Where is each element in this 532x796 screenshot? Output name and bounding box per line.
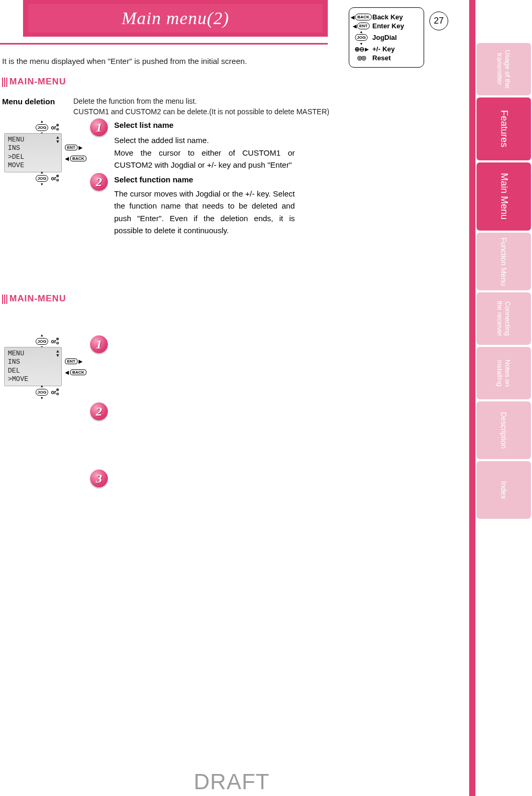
legend-row-enter: ENT Enter Key bbox=[354, 22, 419, 30]
main-menu-heading-1: MAIN-MENU bbox=[2, 77, 70, 88]
lcd-line: MENU bbox=[8, 350, 58, 358]
jog-icon: JOG bbox=[354, 34, 368, 41]
legend-row-jog: JOG JogDial bbox=[354, 34, 419, 41]
tab-description[interactable]: Description bbox=[476, 401, 531, 459]
lcd-line: DEL bbox=[8, 367, 58, 375]
reset-icon bbox=[354, 54, 368, 62]
step2-title: Select function name bbox=[114, 175, 193, 184]
lcd-line: INS bbox=[8, 144, 58, 152]
or-label: or bbox=[51, 389, 56, 395]
step-badge-icon: 3 bbox=[90, 470, 108, 487]
enter-icon: ENT bbox=[354, 23, 368, 30]
step-2-badge-s1: 2 bbox=[90, 173, 108, 192]
title-bar-inner: Main menu(2) bbox=[28, 4, 323, 32]
lcd-line: >MOVE bbox=[8, 375, 58, 384]
step-1-badge-s1: 1 bbox=[90, 118, 108, 138]
tab-function-menu[interactable]: Function Menu bbox=[476, 233, 531, 290]
legend-jog-label: JogDial bbox=[372, 34, 397, 41]
back-indicator: ◀BACK bbox=[65, 369, 86, 375]
tab-index[interactable]: Index bbox=[476, 461, 531, 519]
or-label: or bbox=[51, 339, 56, 344]
updown-icon: ▲▼ bbox=[57, 136, 59, 144]
legend-enter-label: Enter Key bbox=[372, 22, 404, 30]
heading-bars-icon bbox=[2, 295, 7, 304]
tab-main-menu[interactable]: Main Menu bbox=[476, 162, 531, 231]
ent-back-column: ENT▶ ◀BACK bbox=[65, 358, 86, 375]
step1-body2: Move the cursor to either of CUSTOM1 or … bbox=[114, 147, 295, 171]
jog-or-pm-row-top: JOG or bbox=[4, 337, 88, 345]
page-number-circle: 27 bbox=[429, 12, 448, 30]
title-bar: Main menu(2) bbox=[23, 0, 328, 37]
lcd-line: >DEL bbox=[8, 153, 58, 161]
menu-deletion-desc2: CUSTOM1 and CUSTOM2 can be delete.(It is… bbox=[73, 107, 329, 116]
updown-icon: ▲▼ bbox=[57, 350, 59, 358]
step-badge-icon: 2 bbox=[90, 402, 108, 420]
tab-connecting[interactable]: Connecting the receiver bbox=[476, 292, 531, 345]
step-badge-icon: 1 bbox=[90, 335, 108, 353]
intro-text: It is the menu displayed when "Enter" is… bbox=[2, 57, 247, 66]
menu-deletion-label: Menu deletion bbox=[2, 97, 55, 106]
control-block-1: JOG or ▲▼ MENU INS >DEL MOVE ENT▶ ◀BACK … bbox=[4, 122, 88, 184]
step-1-badge-s2: 1 bbox=[90, 335, 108, 355]
heading-bars-icon bbox=[2, 78, 7, 87]
lcd-line: MENU bbox=[8, 136, 58, 144]
tab-notes[interactable]: Notes on installing bbox=[476, 347, 531, 399]
ent-indicator: ENT▶ bbox=[65, 145, 83, 150]
plusminus-icon bbox=[354, 46, 368, 53]
legend-row-back: BACK Back Key bbox=[354, 13, 419, 21]
heading-text: MAIN-MENU bbox=[9, 293, 66, 304]
jog-or-pm-row-bottom: JOG or bbox=[4, 175, 88, 182]
back-indicator: ◀BACK bbox=[65, 156, 86, 161]
step1-body1: Select the added list name. bbox=[114, 134, 292, 146]
lcd-ent-back-row: ▲▼ MENU INS >DEL MOVE ENT▶ ◀BACK bbox=[4, 133, 88, 172]
lcd-line: MOVE bbox=[8, 161, 58, 170]
jog-icon: JOG bbox=[35, 388, 50, 396]
jog-icon: JOG bbox=[35, 175, 50, 182]
key-legend: BACK Back Key ENT Enter Key JOG JogDial … bbox=[349, 7, 424, 68]
step2-body: The cursor moves with Jogdial or the +/-… bbox=[114, 188, 295, 236]
tab-usage[interactable]: Usage of the transmitter bbox=[476, 43, 531, 95]
legend-reset-label: Reset bbox=[372, 54, 391, 62]
ent-back-column: ENT▶ ◀BACK bbox=[65, 145, 86, 161]
or-label: or bbox=[51, 176, 56, 181]
lcd-screen-move: ▲▼ MENU INS DEL >MOVE bbox=[4, 347, 62, 386]
step-badge-icon: 1 bbox=[90, 118, 108, 136]
lcd-ent-back-row: ▲▼ MENU INS DEL >MOVE ENT▶ ◀BACK bbox=[4, 347, 88, 386]
control-block-2: JOG or ▲▼ MENU INS DEL >MOVE ENT▶ ◀BACK … bbox=[4, 335, 88, 398]
tab-features[interactable]: Features bbox=[476, 97, 531, 160]
jog-icon: JOG bbox=[35, 337, 50, 345]
back-icon: BACK bbox=[354, 14, 368, 21]
side-tabs: Usage of the transmitter Features Main M… bbox=[469, 0, 532, 796]
jog-icon: JOG bbox=[35, 124, 50, 131]
page-title: Main menu(2) bbox=[121, 8, 229, 28]
title-underline bbox=[0, 43, 328, 45]
heading-text: MAIN-MENU bbox=[9, 77, 66, 87]
step1-title: Select list name bbox=[114, 121, 173, 129]
legend-row-plusminus: +/- Key bbox=[354, 45, 419, 53]
jog-or-pm-row-bottom: JOG or bbox=[4, 388, 88, 396]
lcd-line: INS bbox=[8, 358, 58, 366]
legend-row-reset: Reset bbox=[354, 54, 419, 62]
lcd-screen-del: ▲▼ MENU INS >DEL MOVE bbox=[4, 133, 62, 172]
menu-deletion-desc1: Delete the function from the menu list. bbox=[73, 97, 197, 105]
ent-indicator: ENT▶ bbox=[65, 358, 83, 364]
page-number: 27 bbox=[434, 16, 444, 26]
legend-back-label: Back Key bbox=[372, 13, 403, 21]
legend-plusminus-label: +/- Key bbox=[372, 45, 395, 53]
step-2-badge-s2: 2 bbox=[90, 402, 108, 422]
jog-or-pm-row-top: JOG or bbox=[4, 124, 88, 131]
main-menu-heading-2: MAIN-MENU bbox=[2, 293, 70, 305]
step-3-badge-s2: 3 bbox=[90, 470, 108, 489]
step-badge-icon: 2 bbox=[90, 173, 108, 191]
or-label: or bbox=[51, 125, 56, 130]
draft-watermark: DRAFT bbox=[194, 769, 270, 794]
